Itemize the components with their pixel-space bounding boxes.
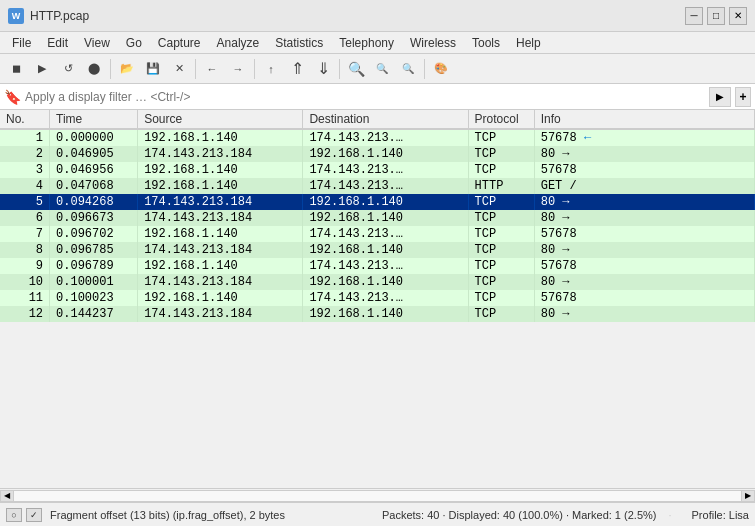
cell-no: 1: [0, 129, 50, 146]
cell-info: 80 →: [534, 194, 754, 210]
cell-no: 9: [0, 258, 50, 274]
cell-source: 192.168.1.140: [138, 290, 303, 306]
toolbar-forward-button[interactable]: →: [226, 57, 250, 81]
menu-item-go[interactable]: Go: [118, 32, 150, 53]
cell-protocol: TCP: [468, 129, 534, 146]
table-row[interactable]: 30.046956192.168.1.140174.143.213.…TCP57…: [0, 162, 755, 178]
toolbar-separator-4: [339, 59, 340, 79]
cell-time: 0.096702: [50, 226, 138, 242]
cell-destination: 174.143.213.…: [303, 162, 468, 178]
filter-bookmark-icon[interactable]: 🔖: [4, 89, 21, 105]
cell-no: 3: [0, 162, 50, 178]
packet-arrow-indicator: ←: [584, 131, 591, 145]
toolbar-back-button[interactable]: ←: [200, 57, 224, 81]
col-header-time[interactable]: Time: [50, 110, 138, 129]
toolbar-coloring-button[interactable]: 🎨: [429, 57, 453, 81]
menu-item-edit[interactable]: Edit: [39, 32, 76, 53]
cell-info: 80 →: [534, 274, 754, 290]
menu-bar: FileEditViewGoCaptureAnalyzeStatisticsTe…: [0, 32, 755, 54]
cell-source: 192.168.1.140: [138, 178, 303, 194]
table-row[interactable]: 100.100001174.143.213.184192.168.1.140TC…: [0, 274, 755, 290]
table-row[interactable]: 110.100023192.168.1.140174.143.213.…TCP5…: [0, 290, 755, 306]
filter-input[interactable]: [25, 90, 705, 104]
table-header-row: No. Time Source Destination Protocol Inf…: [0, 110, 755, 129]
hscroll-left-arrow[interactable]: ◀: [0, 490, 14, 502]
toolbar-separator-5: [424, 59, 425, 79]
close-button[interactable]: ✕: [729, 7, 747, 25]
menu-item-wireless[interactable]: Wireless: [402, 32, 464, 53]
cell-source: 192.168.1.140: [138, 162, 303, 178]
cell-no: 2: [0, 146, 50, 162]
table-row[interactable]: 120.144237174.143.213.184192.168.1.140TC…: [0, 306, 755, 322]
cell-destination: 174.143.213.…: [303, 129, 468, 146]
menu-item-statistics[interactable]: Statistics: [267, 32, 331, 53]
menu-item-capture[interactable]: Capture: [150, 32, 209, 53]
toolbar-restart-button[interactable]: ↺: [56, 57, 80, 81]
toolbar-zoom-in-button[interactable]: 🔍: [344, 57, 368, 81]
hscroll-right-arrow[interactable]: ▶: [741, 490, 755, 502]
table-row[interactable]: 70.096702192.168.1.140174.143.213.…TCP57…: [0, 226, 755, 242]
minimize-button[interactable]: ─: [685, 7, 703, 25]
col-header-destination[interactable]: Destination: [303, 110, 468, 129]
cell-protocol: TCP: [468, 258, 534, 274]
cell-destination: 174.143.213.…: [303, 226, 468, 242]
hscroll-track: [14, 490, 741, 502]
cell-destination: 192.168.1.140: [303, 194, 468, 210]
table-row[interactable]: 60.096673174.143.213.184192.168.1.140TCP…: [0, 210, 755, 226]
status-icons: ○ ✓: [6, 508, 42, 522]
packet-table-container[interactable]: No. Time Source Destination Protocol Inf…: [0, 110, 755, 488]
maximize-button[interactable]: □: [707, 7, 725, 25]
menu-item-view[interactable]: View: [76, 32, 118, 53]
toolbar-open-button[interactable]: 📂: [115, 57, 139, 81]
toolbar-separator-2: [195, 59, 196, 79]
col-header-no[interactable]: No.: [0, 110, 50, 129]
cell-source: 174.143.213.184: [138, 274, 303, 290]
title-bar: W HTTP.pcap ─ □ ✕: [0, 0, 755, 32]
table-row[interactable]: 90.096789192.168.1.140174.143.213.…TCP57…: [0, 258, 755, 274]
table-row[interactable]: 50.094268174.143.213.184192.168.1.140TCP…: [0, 194, 755, 210]
status-packets: Packets: 40 · Displayed: 40 (100.0%) · M…: [382, 509, 657, 521]
status-profile: Profile: Lisa: [692, 509, 749, 521]
toolbar-start-button[interactable]: ▶: [30, 57, 54, 81]
cell-info: 57678: [534, 226, 754, 242]
window-controls[interactable]: ─ □ ✕: [685, 7, 747, 25]
toolbar-close-button[interactable]: ✕: [167, 57, 191, 81]
cell-info: 80 →: [534, 242, 754, 258]
toolbar-zoom-out-button[interactable]: 🔍: [370, 57, 394, 81]
table-row[interactable]: 10.000000192.168.1.140174.143.213.…TCP57…: [0, 129, 755, 146]
packet-table: No. Time Source Destination Protocol Inf…: [0, 110, 755, 322]
filter-add-button[interactable]: +: [735, 87, 751, 107]
cell-source: 192.168.1.140: [138, 258, 303, 274]
horizontal-scrollbar[interactable]: ◀ ▶: [0, 488, 755, 502]
toolbar-save-button[interactable]: 💾: [141, 57, 165, 81]
cell-destination: 192.168.1.140: [303, 274, 468, 290]
col-header-info[interactable]: Info: [534, 110, 754, 129]
toolbar-goto-button[interactable]: ↑: [259, 57, 283, 81]
toolbar-stop-button[interactable]: ◼: [4, 57, 28, 81]
cell-destination: 192.168.1.140: [303, 306, 468, 322]
menu-item-help[interactable]: Help: [508, 32, 549, 53]
cell-no: 12: [0, 306, 50, 322]
main-area: No. Time Source Destination Protocol Inf…: [0, 110, 755, 502]
cell-time: 0.047068: [50, 178, 138, 194]
cell-source: 174.143.213.184: [138, 146, 303, 162]
menu-item-file[interactable]: File: [4, 32, 39, 53]
col-header-protocol[interactable]: Protocol: [468, 110, 534, 129]
table-row[interactable]: 40.047068192.168.1.140174.143.213.…HTTPG…: [0, 178, 755, 194]
toolbar-capture-options-button[interactable]: ⬤: [82, 57, 106, 81]
cell-info: 57678: [534, 258, 754, 274]
table-row[interactable]: 80.096785174.143.213.184192.168.1.140TCP…: [0, 242, 755, 258]
filter-apply-button[interactable]: ▶: [709, 87, 731, 107]
table-row[interactable]: 20.046905174.143.213.184192.168.1.140TCP…: [0, 146, 755, 162]
cell-info: 80 →: [534, 210, 754, 226]
cell-protocol: TCP: [468, 194, 534, 210]
toolbar-next-button[interactable]: ⇓: [311, 57, 335, 81]
cell-protocol: TCP: [468, 146, 534, 162]
menu-item-analyze[interactable]: Analyze: [209, 32, 268, 53]
menu-item-telephony[interactable]: Telephony: [331, 32, 402, 53]
toolbar-zoom-100-button[interactable]: 🔍: [396, 57, 420, 81]
toolbar-separator-1: [110, 59, 111, 79]
toolbar-prev-button[interactable]: ⇑: [285, 57, 309, 81]
menu-item-tools[interactable]: Tools: [464, 32, 508, 53]
col-header-source[interactable]: Source: [138, 110, 303, 129]
